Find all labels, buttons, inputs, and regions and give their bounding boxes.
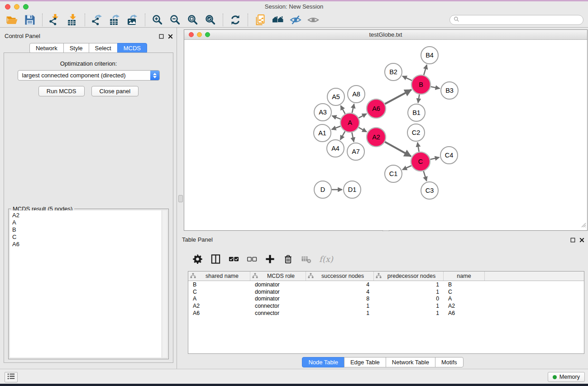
table-cell[interactable]: 4 [306, 289, 374, 295]
graph-node-B1[interactable]: B1 [408, 104, 425, 121]
table-cell[interactable]: 1 [306, 303, 374, 309]
graph-edge-B-B1[interactable] [418, 95, 420, 103]
export-network-button[interactable] [90, 14, 105, 26]
column-header-name[interactable]: name [444, 272, 485, 281]
hide-selected-button[interactable] [288, 14, 303, 26]
close-window-button[interactable] [5, 4, 10, 10]
graph-edge-A2-C[interactable] [385, 142, 411, 157]
memory-button[interactable]: Memory [548, 372, 585, 382]
mcds-result-list[interactable]: A2ABCA6 [10, 210, 167, 357]
table-row[interactable]: Bdominator41B [188, 281, 584, 288]
graph-node-B[interactable]: B [411, 75, 430, 94]
graph-edge-A-A2[interactable] [359, 128, 367, 132]
table-cell[interactable]: 4 [306, 281, 374, 288]
graph-node-A7[interactable]: A7 [347, 143, 364, 160]
criterion-dropdown[interactable]: largest connected component (directed) [18, 70, 160, 81]
import-network-button[interactable] [48, 14, 62, 26]
add-column-button[interactable] [265, 254, 275, 264]
graph-edge-A-A1[interactable] [332, 126, 341, 129]
table-row[interactable]: A6connector11A6 [188, 310, 584, 317]
column-header-shared-name[interactable]: shared name [188, 272, 250, 281]
settings-button[interactable] [192, 254, 203, 264]
graph-node-A4[interactable]: A4 [327, 140, 344, 157]
vertical-splitter-handle[interactable] [178, 195, 183, 202]
tab-select[interactable]: Select [89, 43, 118, 53]
result-list-item[interactable]: A6 [10, 241, 167, 248]
table-cell[interactable]: C [188, 289, 250, 295]
graph-node-D1[interactable]: D1 [344, 181, 361, 198]
table-cell[interactable]: connector [250, 310, 306, 316]
maximize-window-button[interactable] [23, 4, 29, 10]
column-header-successor-nodes[interactable]: successor nodes [306, 272, 374, 281]
graph-node-A3[interactable]: A3 [314, 104, 331, 121]
graph-node-D[interactable]: D [314, 181, 331, 198]
graph-edge-A-A7[interactable] [352, 133, 354, 142]
graph-edge-A-A4[interactable] [340, 131, 345, 140]
open-session-button[interactable] [5, 14, 19, 26]
graph-node-B4[interactable]: B4 [421, 47, 438, 64]
result-list-item[interactable]: C [10, 234, 167, 241]
graph-node-C4[interactable]: C4 [440, 147, 458, 164]
table-row[interactable]: Adominator80A [188, 295, 584, 303]
refresh-button[interactable] [228, 14, 243, 26]
control-panel-float-button[interactable] [159, 33, 164, 41]
graph-edge-B-B4[interactable] [424, 65, 427, 75]
graph-edge-C-C1[interactable] [402, 166, 411, 170]
column-layout-button[interactable] [210, 254, 221, 264]
export-image-button[interactable] [125, 14, 140, 26]
tab-network[interactable]: Network [29, 43, 64, 53]
deselect-all-button[interactable] [247, 254, 257, 264]
resize-grip-icon[interactable] [580, 221, 586, 229]
table-cell[interactable]: B [444, 281, 485, 288]
graph-edge-A-A3[interactable] [332, 116, 341, 119]
graph-node-A[interactable]: A [340, 113, 359, 132]
graph-edge-C-C4[interactable] [430, 157, 439, 159]
tab-edge-table[interactable]: Edge Table [344, 357, 386, 367]
result-list-item[interactable]: A2 [10, 212, 167, 219]
graph-node-A8[interactable]: A8 [348, 86, 365, 103]
close-panel-button[interactable]: Close panel [91, 86, 139, 96]
network-close-button[interactable] [189, 32, 194, 37]
export-table-button[interactable] [108, 14, 122, 26]
table-cell[interactable]: C [444, 289, 485, 295]
graph-edge-C-C3[interactable] [424, 171, 427, 181]
table-cell[interactable]: dominator [250, 295, 306, 302]
table-cell[interactable]: A [188, 295, 250, 302]
graph-edge-B-B3[interactable] [431, 86, 440, 88]
tab-motifs[interactable]: Motifs [435, 357, 464, 367]
result-list-scrollbar[interactable] [162, 210, 167, 357]
column-header-MCDS-role[interactable]: MCDS role [250, 272, 306, 281]
graph-edge-C-C2[interactable] [417, 143, 419, 152]
table-cell[interactable]: A6 [188, 310, 250, 316]
graph-node-A5[interactable]: A5 [327, 88, 344, 105]
import-table-button[interactable] [65, 14, 80, 26]
zoom-selected-button[interactable] [203, 14, 218, 26]
tab-mcds[interactable]: MCDS [117, 43, 147, 53]
table-cell[interactable]: A [444, 295, 485, 302]
show-all-button[interactable] [306, 14, 320, 26]
result-list-item[interactable]: A [10, 219, 167, 226]
save-session-button[interactable] [23, 14, 37, 26]
table-cell[interactable]: connector [250, 303, 306, 309]
minimize-window-button[interactable] [14, 4, 19, 10]
delete-column-button[interactable] [283, 254, 293, 264]
graph-node-C2[interactable]: C2 [407, 124, 425, 141]
table-cell[interactable]: dominator [250, 289, 306, 295]
network-maximize-button[interactable] [205, 32, 210, 37]
zoom-out-button[interactable] [168, 14, 182, 26]
graph-edge-A-A8[interactable] [352, 104, 354, 113]
table-cell[interactable]: 8 [306, 295, 374, 302]
zoom-fit-button[interactable] [186, 14, 200, 26]
graph-node-C[interactable]: C [411, 152, 430, 171]
table-cell[interactable]: A2 [444, 303, 485, 309]
graph-node-C3[interactable]: C3 [421, 182, 438, 199]
network-browser-button[interactable] [271, 14, 285, 26]
network-canvas[interactable]: B4B2BB3A8A5A6A3B1AA1C2A2A4A7C4CC1DD1C3 [185, 40, 587, 230]
column-header-predecessor-nodes[interactable]: predecessor nodes [374, 272, 444, 281]
control-panel-close-button[interactable] [168, 33, 173, 41]
graph-node-B2[interactable]: B2 [385, 63, 402, 81]
graph-node-C1[interactable]: C1 [385, 165, 402, 182]
table-cell[interactable]: A6 [444, 310, 485, 316]
graph-node-B3[interactable]: B3 [441, 82, 458, 99]
new-session-from-network-button[interactable] [253, 14, 268, 26]
